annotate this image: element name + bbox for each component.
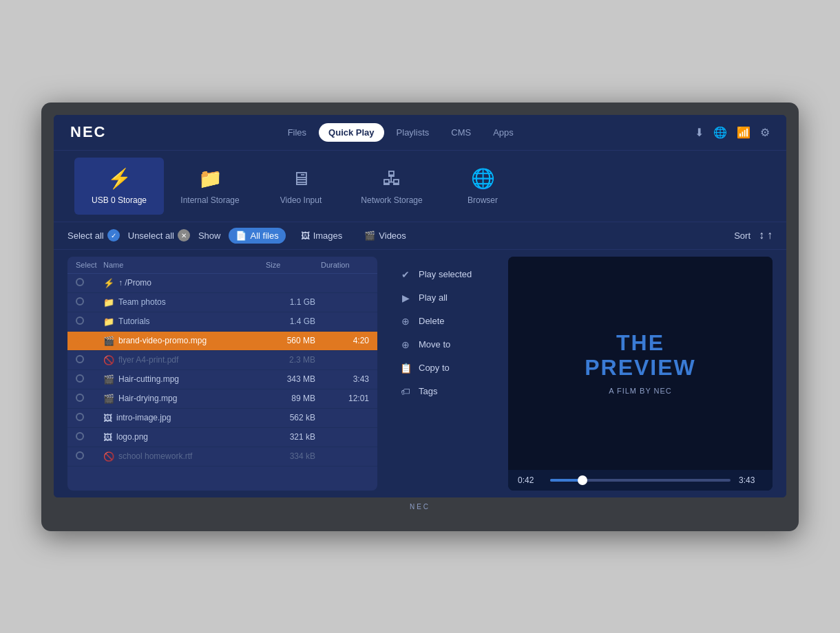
- monitor: NEC Files Quick Play Playlists CMS Apps …: [41, 103, 799, 531]
- download-icon[interactable]: ⬇: [695, 126, 704, 139]
- row-radio: [76, 451, 84, 460]
- tab-cms[interactable]: CMS: [441, 123, 481, 142]
- video-file-icon: 🎬: [103, 374, 114, 385]
- show-label: Show: [198, 230, 221, 241]
- row-size: 562 kB: [266, 413, 321, 422]
- header-duration: Duration: [321, 261, 369, 269]
- storage-bar: ⚡ USB 0 Storage 📁 Internal Storage 🖥 Vid…: [54, 151, 786, 222]
- storage-internal-label: Internal Storage: [180, 195, 239, 205]
- video-file-icon: 🎬: [103, 394, 114, 404]
- row-radio: [76, 316, 84, 325]
- row-name: ⚡ ↑ /Promo: [103, 278, 266, 288]
- move-to-icon: ⊕: [399, 339, 412, 351]
- storage-browser[interactable]: 🌐 Browser: [438, 158, 527, 215]
- table-row[interactable]: 🚫 school homework.rtf 334 kB: [67, 447, 377, 466]
- nav-icons: ⬇ 🌐 📶 ⚙: [695, 126, 770, 139]
- progress-thumb[interactable]: [578, 475, 587, 485]
- row-name: 📁 Team photos: [103, 297, 266, 308]
- folder-icon: 📁: [103, 297, 114, 308]
- filter-allfiles-button[interactable]: 📄 All files: [229, 228, 285, 244]
- preview-controls: 0:42 3:43: [508, 470, 773, 491]
- row-duration: 4:20: [321, 336, 369, 345]
- row-duration: 12:01: [321, 394, 369, 403]
- select-all-button[interactable]: Select all ✓: [67, 229, 120, 242]
- row-radio: [76, 336, 84, 344]
- allfiles-icon: 📄: [235, 230, 246, 241]
- main-area: Select Name Size Duration ⚡ ↑ /Promo: [54, 250, 786, 497]
- table-row[interactable]: 🚫 flyer A4-print.pdf 2.3 MB: [67, 351, 377, 370]
- ctx-tags[interactable]: 🏷 Tags: [391, 380, 494, 403]
- pdf-icon: 🚫: [103, 355, 114, 365]
- row-radio: [76, 278, 84, 286]
- total-time: 3:43: [739, 475, 763, 485]
- settings-icon[interactable]: ⚙: [760, 126, 770, 139]
- row-size: 560 MB: [266, 336, 321, 345]
- row-name: 🎬 brand-video-promo.mpg: [103, 336, 266, 346]
- row-radio: [76, 432, 84, 440]
- navbar: NEC Files Quick Play Playlists CMS Apps …: [54, 115, 786, 151]
- images-label: Images: [313, 230, 343, 241]
- nec-logo: NEC: [70, 123, 106, 141]
- file-list-container: Select Name Size Duration ⚡ ↑ /Promo: [67, 257, 377, 491]
- ctx-move-to[interactable]: ⊕ Move to: [391, 334, 494, 356]
- row-size: 343 MB: [266, 374, 321, 384]
- row-size: 89 MB: [266, 394, 321, 403]
- table-row[interactable]: 🎬 Hair-cutting.mpg 343 MB 3:43: [67, 370, 377, 389]
- filter-videos-button[interactable]: 🎬 Videos: [357, 228, 413, 244]
- sort-icons: ↕ ↑: [759, 229, 773, 242]
- unselect-all-button[interactable]: Unselect all ✕: [128, 229, 190, 242]
- select-all-label: Select all: [67, 230, 104, 241]
- screen: NEC Files Quick Play Playlists CMS Apps …: [54, 115, 786, 497]
- video-icon: 🖥: [291, 167, 311, 190]
- globe-icon[interactable]: 🌐: [713, 126, 727, 139]
- sort-asc-icon[interactable]: ↑: [767, 229, 773, 242]
- wifi-icon[interactable]: 📶: [737, 126, 750, 139]
- table-row[interactable]: 🎬 Hair-drying.mpg 89 MB 12:01: [67, 389, 377, 409]
- progress-bar[interactable]: [550, 479, 731, 482]
- storage-browser-label: Browser: [468, 195, 498, 205]
- table-row[interactable]: 🎬 brand-video-promo.mpg 560 MB 4:20: [67, 332, 377, 351]
- filter-images-button[interactable]: 🖼 Images: [294, 228, 350, 244]
- video-file-icon: 🎬: [103, 336, 114, 346]
- ctx-delete[interactable]: ⊕ Delete: [391, 310, 494, 332]
- usb-icon: ⚡: [107, 167, 132, 190]
- tab-files[interactable]: Files: [278, 123, 316, 142]
- table-row[interactable]: 🖼 intro-image.jpg 562 kB: [67, 409, 377, 428]
- row-size: 1.4 GB: [266, 316, 321, 326]
- allfiles-label: All files: [250, 230, 278, 241]
- browser-icon: 🌐: [471, 167, 495, 190]
- usb-nav-icon: ⚡: [103, 278, 114, 288]
- tab-quickplay[interactable]: Quick Play: [319, 123, 384, 142]
- sort-desc-icon[interactable]: ↕: [759, 229, 764, 242]
- ctx-play-selected[interactable]: ✔ Play selected: [391, 264, 494, 286]
- row-size: 2.3 MB: [266, 355, 321, 365]
- unselect-all-x-icon: ✕: [178, 229, 190, 242]
- row-size: 321 kB: [266, 432, 321, 442]
- copy-to-icon: 📋: [399, 362, 412, 374]
- row-name: 🖼 intro-image.jpg: [103, 413, 266, 423]
- row-name: 🚫 flyer A4-print.pdf: [103, 355, 266, 365]
- tab-apps[interactable]: Apps: [483, 123, 523, 142]
- select-all-check-icon: ✓: [107, 229, 120, 242]
- preview-subtitle: A FILM BY NEC: [585, 387, 696, 395]
- row-radio: [76, 374, 84, 383]
- table-row[interactable]: ⚡ ↑ /Promo: [67, 274, 377, 293]
- header-select: Select: [76, 261, 103, 269]
- storage-videoinput[interactable]: 🖥 Video Input: [256, 158, 346, 215]
- images-icon: 🖼: [301, 230, 310, 241]
- row-name: 🖼 logo.png: [103, 432, 266, 442]
- storage-internal[interactable]: 📁 Internal Storage: [165, 158, 255, 215]
- ctx-copy-to[interactable]: 📋 Copy to: [391, 357, 494, 379]
- sort-label: Sort: [734, 230, 750, 241]
- storage-network[interactable]: 🖧 Network Storage: [347, 158, 437, 215]
- row-name: 🎬 Hair-drying.mpg: [103, 394, 266, 404]
- table-row[interactable]: 📁 Team photos 1.1 GB: [67, 293, 377, 312]
- table-row[interactable]: 📁 Tutorials 1.4 GB: [67, 312, 377, 332]
- table-row[interactable]: 🖼 logo.png 321 kB: [67, 428, 377, 447]
- tab-playlists[interactable]: Playlists: [387, 123, 439, 142]
- folder-icon: 📁: [103, 316, 114, 327]
- ctx-play-all[interactable]: ▶ Play all: [391, 287, 494, 309]
- row-size: 334 kB: [266, 451, 321, 461]
- row-name: 🎬 Hair-cutting.mpg: [103, 374, 266, 385]
- storage-usb0[interactable]: ⚡ USB 0 Storage: [74, 158, 164, 215]
